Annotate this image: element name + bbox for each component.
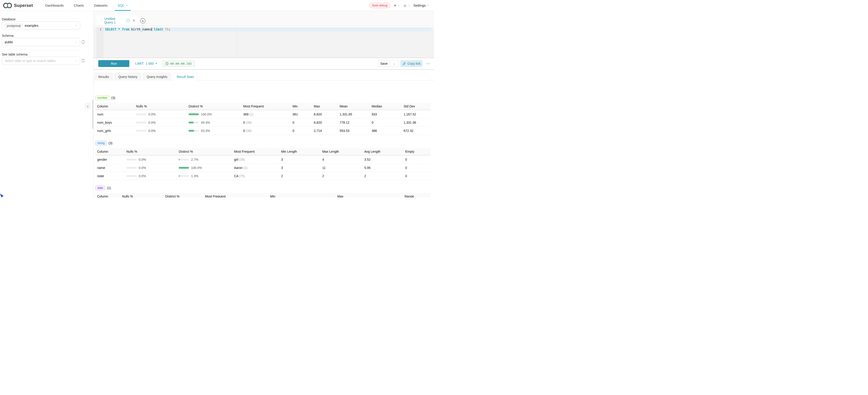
sql-lab-sidebar: Database postgresql examples ⌄ Schema pu… xyxy=(0,11,94,198)
header-nulls: Nulls % xyxy=(136,104,189,108)
sql-statement[interactable]: SELECT * from birth_names limit 75; xyxy=(105,27,170,32)
copy-link-button[interactable]: Copy link xyxy=(400,60,423,67)
string-section-header: string (3) xyxy=(95,141,113,145)
header-max-length: Max Length xyxy=(322,150,364,153)
more-actions-button[interactable]: ··· xyxy=(427,60,431,67)
median-value: 0 xyxy=(372,121,404,124)
clock-icon xyxy=(165,62,169,65)
type-badge-number: number xyxy=(95,96,110,100)
elapsed-time: 00:00:00.192 xyxy=(170,62,192,65)
distinct-pct: 100.0% xyxy=(201,113,212,116)
editor-gutter xyxy=(96,27,103,58)
nav-item-sql-label: SQL xyxy=(118,3,124,7)
distinct-cell: 49.3% xyxy=(189,121,243,124)
query-tab-strip: ⋮ Untitled Query 1 ✓ ✕ + xyxy=(94,11,434,26)
stat-column-name: name xyxy=(95,166,126,170)
close-tab-icon[interactable]: ✕ xyxy=(132,19,135,23)
string-stats-table: Column Nulls % Distinct % Most Frequent … xyxy=(95,148,431,180)
distinct-cell: 1.3% xyxy=(179,174,234,178)
number-column-count: (3) xyxy=(111,96,115,100)
table-select-placeholder: Select table or type to search tables xyxy=(5,59,56,63)
header-distinct: Distinct % xyxy=(165,194,205,198)
header-column: Column xyxy=(95,194,122,198)
save-button[interactable]: Save xyxy=(378,60,390,67)
table-row: num_boys 0.0% 49.3% 0 (39) 0 6,820 778.1… xyxy=(95,118,431,127)
copy-link-label: Copy link xyxy=(407,62,421,65)
editor-print-margin xyxy=(237,27,237,58)
header-std-dev: Std Dev xyxy=(404,104,431,108)
nulls-pct: 0.0% xyxy=(148,121,156,124)
header-min: Min xyxy=(270,194,337,198)
table-header: Column Nulls % Distinct % Most Frequent … xyxy=(95,193,431,198)
run-button[interactable]: Run xyxy=(98,60,129,67)
header-median: Median xyxy=(372,104,404,108)
schema-label: Schema xyxy=(2,34,13,37)
distinct-bar xyxy=(189,130,199,132)
median-value: 386 xyxy=(372,129,404,132)
nulls-cell: 0.0% xyxy=(136,113,189,116)
limit-dropdown[interactable]: LIMIT: 1 000 ▼ xyxy=(135,60,157,67)
sql-identifier: birth_names xyxy=(129,27,152,31)
number-section-header: number (3) xyxy=(95,96,115,100)
stat-column-name: num_girls xyxy=(95,129,136,132)
query-elapsed-timer: 00:00:00.192 xyxy=(162,61,194,67)
stat-column-name: gender xyxy=(95,158,126,161)
settings-menu[interactable]: Settings ⌄ xyxy=(413,3,429,7)
date-stats-table: Column Nulls % Distinct % Most Frequent … xyxy=(95,193,431,198)
nav-item-datasets[interactable]: Datasets xyxy=(94,0,107,11)
nav-item-sql[interactable]: SQL ⌄ xyxy=(118,0,128,11)
header-nulls: Nulls % xyxy=(126,150,179,153)
superset-logo[interactable]: Superset xyxy=(3,3,33,8)
distinct-pct: 1.3% xyxy=(191,174,198,178)
tab-results[interactable]: Results xyxy=(95,73,113,81)
add-query-tab-button[interactable]: + xyxy=(140,18,145,23)
nulls-cell: 0.0% xyxy=(126,158,179,161)
nulls-pct: 0.0% xyxy=(148,113,156,116)
nulls-bar xyxy=(126,175,137,177)
navbar: Superset Dashboards Charts Datasets SQL … xyxy=(0,0,434,11)
header-min: Min xyxy=(292,104,314,108)
tab-query-insights[interactable]: Query Insights xyxy=(143,73,171,81)
distinct-bar xyxy=(189,122,199,123)
sidebar-scrollbar[interactable] xyxy=(92,100,93,129)
nav-item-charts[interactable]: Charts xyxy=(74,0,84,11)
tab-result-stats[interactable]: Result Stats xyxy=(173,73,197,81)
table-header: Column Nulls % Distinct % Most Frequent … xyxy=(95,103,431,110)
drag-handle-icon[interactable]: ⋮ xyxy=(99,19,102,22)
distinct-pct: 2.7% xyxy=(191,158,198,161)
new-item-button[interactable]: + ⌄ xyxy=(394,3,400,8)
collapse-sidebar-button[interactable]: ‹ xyxy=(85,103,91,109)
sql-code-editor[interactable]: 1 SELECT * from birth_names limit 75; xyxy=(94,26,434,58)
database-select[interactable]: postgresql examples ⌄ xyxy=(2,22,80,30)
tab-query-history[interactable]: Query history xyxy=(115,73,141,81)
sidebar-divider xyxy=(2,50,80,50)
save-split-button[interactable]: Save ⌄ xyxy=(378,60,399,67)
nav-item-dashboards[interactable]: Dashboards xyxy=(45,0,64,11)
schema-select[interactable]: public ⌄ xyxy=(2,38,80,46)
theme-toggle-button[interactable]: ☼ ⌄ xyxy=(403,3,410,7)
empty-count-value: 0 xyxy=(405,166,431,170)
table-row: gender 0.0% 2.7% girl (39) 3 4 3.52 0 xyxy=(95,155,431,164)
distinct-cell: 100.0% xyxy=(179,166,234,170)
refresh-schemas-icon[interactable] xyxy=(81,40,85,44)
max-value: 2,714 xyxy=(314,129,340,132)
avg-length-value: 3.52 xyxy=(364,158,405,161)
table-select[interactable]: Select table or type to search tables ⌄ xyxy=(2,57,80,65)
max-value: 6,820 xyxy=(314,113,340,116)
table-row: num 0.0% 100.0% 369 (1) 361 6,820 1,331.… xyxy=(95,110,431,118)
query-tab[interactable]: ⋮ Untitled Query 1 ✓ ✕ xyxy=(97,16,138,26)
empty-count-value: 0 xyxy=(405,174,431,178)
date-column-count: (1) xyxy=(107,186,111,190)
avg-length-value: 5.95 xyxy=(364,166,405,170)
editor-toolbar: Run LIMIT: 1 000 ▼ 00:00:00.192 Save ⌄ C… xyxy=(94,58,434,69)
header-column: Column xyxy=(95,104,136,108)
save-options-caret[interactable]: ⌄ xyxy=(390,60,399,67)
most-frequent-cell: 0 (39) xyxy=(243,121,292,124)
date-section-header: date (1) xyxy=(95,186,111,190)
header-distinct: Distinct % xyxy=(179,150,234,153)
min-value: 0 xyxy=(292,121,314,124)
table-header: Column Nulls % Distinct % Most Frequent … xyxy=(95,148,431,155)
nulls-bar xyxy=(126,167,137,169)
refresh-tables-icon[interactable] xyxy=(81,59,85,63)
nulls-cell: 0.0% xyxy=(136,129,189,132)
